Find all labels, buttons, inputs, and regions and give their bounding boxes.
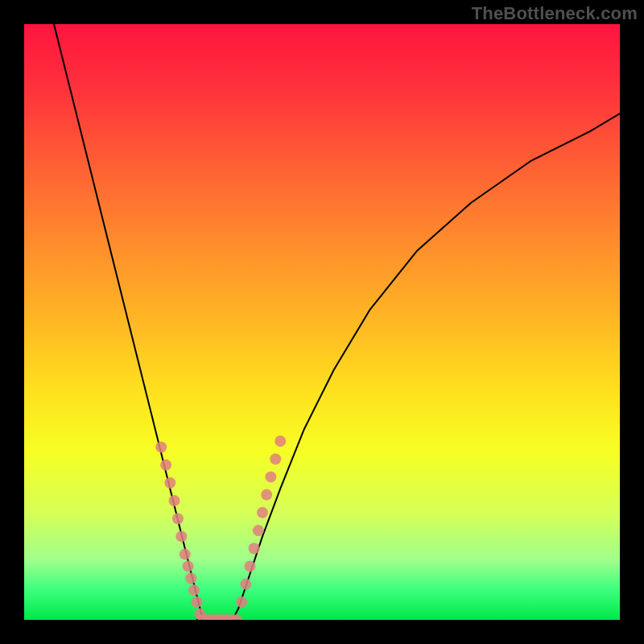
- dot-left-dots: [160, 460, 171, 471]
- dot-right-dots: [244, 560, 255, 572]
- chart-frame: TheBottleneck.com: [0, 0, 644, 644]
- dot-left-dots: [188, 584, 200, 596]
- dot-right-dots: [236, 597, 247, 608]
- plot-area: [24, 24, 620, 620]
- chart-svg: [24, 24, 620, 620]
- dot-right-dots: [249, 543, 260, 554]
- dot-left-dots: [175, 530, 187, 542]
- dot-left-dots: [192, 597, 203, 608]
- dot-right-dots: [261, 489, 272, 501]
- dot-left-dots: [183, 560, 194, 572]
- dot-right-dots: [270, 453, 281, 464]
- dot-left-dots: [185, 572, 196, 584]
- dot-left-dots: [180, 549, 191, 560]
- dot-right-dots: [275, 436, 286, 447]
- dot-right-dots: [240, 579, 251, 590]
- dot-right-dots: [253, 525, 264, 536]
- dot-left-dots: [168, 495, 180, 506]
- dot-left-dots: [164, 477, 175, 489]
- dot-left-dots: [172, 513, 184, 524]
- series-left-curve: [54, 24, 208, 620]
- series-right-curve: [233, 114, 620, 620]
- watermark-text: TheBottleneck.com: [472, 3, 638, 24]
- dot-right-dots: [257, 507, 268, 518]
- dot-right-dots: [265, 471, 276, 482]
- line-layer: [54, 24, 620, 620]
- dot-left-dots: [155, 441, 167, 452]
